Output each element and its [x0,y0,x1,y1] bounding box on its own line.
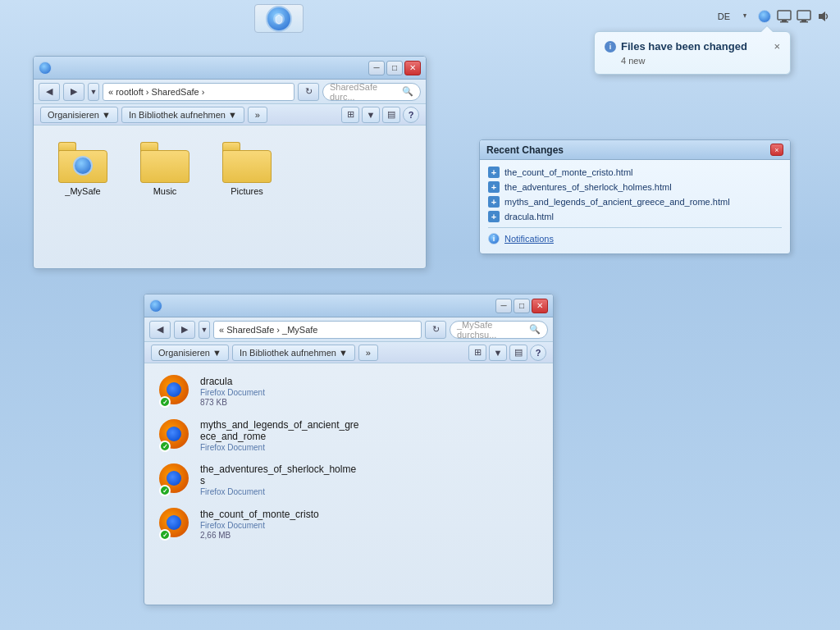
library-button[interactable]: In Bibliothek aufnehmen ▼ [121,107,244,123]
recent-changes-content: + the_count_of_monte_cristo.html + the_a… [480,160,790,251]
folder-icon-pictures [222,142,272,183]
folder-icon-music [140,142,189,183]
file-type-myths: Firefox Document [200,443,358,452]
folder-item-mysafe[interactable]: _MySafe [58,142,107,196]
forward-button[interactable]: ▶ [63,83,84,101]
file-item-adventures[interactable]: ✓ the_adventures_of_sherlock_holmes Fire… [154,459,543,501]
rc-item-3[interactable]: + myths_and_legends_of_ancient_greece_an… [488,194,782,209]
pane-toggle-bottom[interactable]: ▤ [509,345,527,361]
folder-label-music: Music [153,186,177,196]
recent-changes-close[interactable]: × [770,144,783,156]
pane-toggle[interactable]: ▤ [382,107,400,123]
search-box-bottom[interactable]: _MySafe durchsu... 🔍 [450,321,548,339]
file-name-adventures: the_adventures_of_sherlock_holmes [200,463,356,486]
more-button[interactable]: » [248,107,267,123]
notification-info-icon: i [605,41,616,52]
organize-button[interactable]: Organisieren ▼ [40,107,118,123]
file-size-dracula: 873 KB [200,398,265,407]
file-info-myths: myths_and_legends_of_ancient_greece_and_… [200,419,358,452]
explorer-top-window: ─ □ ✕ ◀ ▶ ▼ « rootloft › SharedSafe › ↻ … [33,56,427,269]
notifications-icon: i [488,233,500,244]
view-dropdown[interactable]: ▼ [362,107,380,123]
explorer-bottom-toolbar: Organisieren ▼ In Bibliothek aufnehmen ▼… [144,342,553,363]
close-button[interactable]: ✕ [404,61,421,75]
svg-rect-1 [778,11,791,20]
breadcrumb-bottom[interactable]: « SharedSafe › _MySafe [213,321,422,339]
notification-bubble: i Files have been changed × 4 new [594,31,791,75]
organize-dropdown-icon: ▼ [102,110,111,120]
language-indicator[interactable]: DE [714,10,733,23]
up-button[interactable]: ▼ [88,83,99,101]
refresh-button-bottom[interactable]: ↻ [425,321,446,339]
folder-label-mysafe: _MySafe [65,186,100,196]
file-icon-adventures: ✓ [159,463,192,496]
close-button-bottom[interactable]: ✕ [532,299,548,313]
file-item-myths[interactable]: ✓ myths_and_legends_of_ancient_greece_an… [154,414,543,457]
folder-item-music[interactable]: Music [140,142,189,196]
rc-item-1[interactable]: + the_count_of_monte_cristo.html [488,165,782,180]
library-label-bottom: In Bibliothek aufnehmen [240,348,336,358]
rc-item-4[interactable]: + dracula.html [488,209,782,224]
forward-button-bottom[interactable]: ▶ [174,321,195,339]
folder-icon-mysafe [58,142,107,183]
svg-rect-4 [797,11,810,20]
file-icon-monte-cristo: ✓ [159,508,192,541]
notifications-link[interactable]: i Notifications [488,231,782,246]
library-dropdown-icon: ▼ [228,110,237,120]
svg-marker-7 [819,11,825,21]
maximize-button[interactable]: □ [386,61,403,75]
help-button[interactable]: ? [403,107,419,123]
maximize-button-bottom[interactable]: □ [514,299,530,313]
minimize-button-bottom[interactable]: ─ [495,299,512,313]
file-info-monte-cristo: the_count_of_monte_cristo Firefox Docume… [200,509,319,540]
view-button-bottom[interactable]: ⊞ [468,345,486,361]
notification-subtitle: 4 new [605,56,780,66]
breadcrumb[interactable]: « rootloft › SharedSafe › [103,83,294,101]
rc-plus-icon-4: + [488,211,500,222]
recent-changes-panel: Recent Changes × + the_count_of_monte_cr… [479,139,791,254]
help-button-bottom[interactable]: ? [530,345,546,361]
monitor2-tray-icon[interactable] [796,8,812,25]
speaker-tray-icon[interactable] [815,8,832,25]
breadcrumb-text: « rootloft › SharedSafe › [108,87,204,97]
library-button-bottom[interactable]: In Bibliothek aufnehmen ▼ [232,345,355,361]
view-dropdown-bottom[interactable]: ▼ [489,345,507,361]
folder-label-pictures: Pictures [231,186,263,196]
refresh-button[interactable]: ↻ [298,83,319,101]
minimize-button[interactable]: ─ [368,61,385,75]
sharesafe-logo-tray[interactable] [254,4,304,33]
library-label: In Bibliothek aufnehmen [129,110,226,120]
explorer-bottom-titlebar: ─ □ ✕ [144,294,553,317]
view-button[interactable]: ⊞ [341,107,359,123]
explorer-top-controls: ─ □ ✕ [368,61,421,75]
library-dropdown-icon-bottom: ▼ [339,348,348,358]
folder-item-pictures[interactable]: Pictures [222,142,272,196]
explorer-bottom-window: ─ □ ✕ ◀ ▶ ▼ « SharedSafe › _MySafe ↻ _My… [144,294,554,605]
rc-item-2[interactable]: + the_adventures_of_sherlock_holmes.html [488,180,782,194]
explorer-bottom-logo [149,299,162,313]
more-label: » [255,110,260,120]
sharesafe-tray-icon[interactable] [756,8,773,25]
organize-button-bottom[interactable]: Organisieren ▼ [151,345,229,361]
rc-plus-icon-2: + [488,181,500,193]
rc-plus-icon-3: + [488,196,500,208]
view-controls-bottom: ⊞ ▼ ▤ ? [468,345,546,361]
notifications-label: Notifications [504,234,554,244]
tray-arrow[interactable] [737,8,753,25]
notification-header: i Files have been changed × [605,40,780,52]
file-name-monte-cristo: the_count_of_monte_cristo [200,509,319,520]
back-button-bottom[interactable]: ◀ [149,321,171,339]
svg-rect-3 [780,21,788,23]
recent-changes-title: Recent Changes [486,144,564,156]
file-item-dracula[interactable]: ✓ dracula Firefox Document 873 KB [154,370,543,413]
up-button-bottom[interactable]: ▼ [199,321,210,339]
monitor-tray-icon[interactable] [776,8,792,25]
more-button-bottom[interactable]: » [358,345,378,361]
rc-filename-3: myths_and_legends_of_ancient_greece_and_… [504,197,730,207]
back-button[interactable]: ◀ [39,83,60,101]
file-item-monte-cristo[interactable]: ✓ the_count_of_monte_cristo Firefox Docu… [154,503,543,546]
more-label-bottom: » [366,348,371,358]
folder-area: _MySafe Music Pictures [34,126,426,212]
search-box-top[interactable]: SharedSafe durc... 🔍 [322,83,421,101]
notification-close-button[interactable]: × [774,40,780,52]
